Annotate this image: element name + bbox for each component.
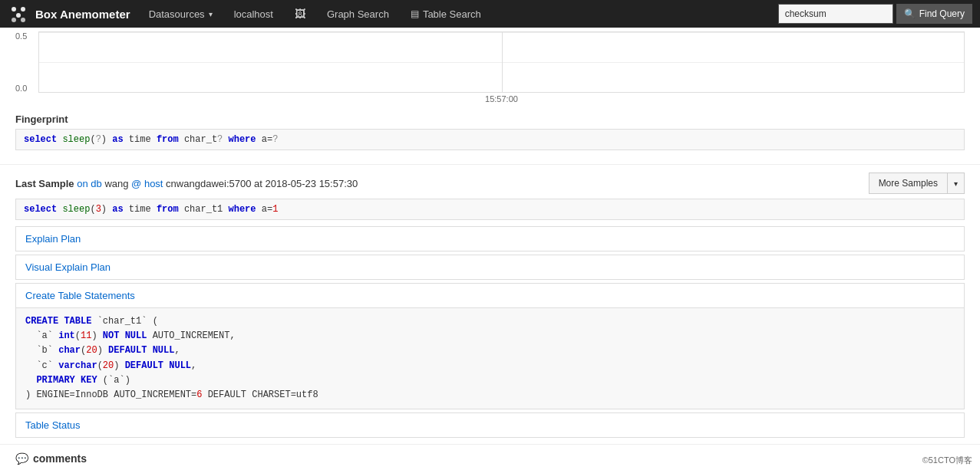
chart-v-line	[502, 32, 503, 92]
fingerprint-section: Fingerprint select sleep(?) as time from…	[0, 107, 980, 156]
last-sample-section: Last Sample on db wang @ host cnwangdawe…	[0, 164, 980, 226]
create-table-line-4: `c` varchar(20) DEFAULT NULL,	[25, 359, 955, 373]
comments-section: 💬 comments	[0, 444, 980, 470]
nav-datasources[interactable]: Datasources ▾	[138, 0, 223, 28]
sample-datetime: 2018-05-23 15:57:30	[266, 178, 358, 189]
search-icon: 🔍	[904, 8, 916, 19]
nav-localhost[interactable]: localhost	[223, 0, 284, 28]
search-container: 🔍 Find Query	[778, 4, 972, 24]
image-icon: 🖼	[295, 8, 305, 20]
create-table-line-6: ) ENGINE=InnoDB AUTO_INCREMENT=6 DEFAULT…	[25, 388, 955, 403]
chart-y-labels: 0.5 0.0	[15, 31, 27, 93]
chart-y-top: 0.5	[15, 31, 27, 41]
chart-wrapper	[38, 31, 965, 93]
svg-point-0	[12, 7, 16, 12]
create-table-line-1: CREATE TABLE `char_t1` (	[25, 314, 955, 329]
explain-plan-header[interactable]: Explain Plan	[16, 227, 964, 251]
on-db-text: on db	[77, 178, 102, 189]
create-table-section: Create Table Statements CREATE TABLE `ch…	[15, 283, 965, 409]
fingerprint-label: Fingerprint	[15, 113, 965, 125]
last-sample-header: Last Sample on db wang @ host cnwangdawe…	[15, 173, 965, 194]
table-icon: ▤	[411, 8, 419, 19]
navbar: Box Anemometer Datasources ▾ localhost 🖼…	[0, 0, 980, 28]
chart-area: 0.5 0.0 15:57:00	[0, 28, 980, 107]
comments-label: comments	[33, 452, 87, 465]
fingerprint-code: select sleep(?) as time from char_t? whe…	[15, 129, 965, 150]
last-sample-code: select sleep(3) as time from char_t1 whe…	[15, 199, 965, 220]
chart-y-bottom: 0.0	[15, 84, 27, 93]
at-host-text: @ host	[131, 178, 163, 189]
nav-image-icon-container[interactable]: 🖼	[284, 0, 316, 28]
table-status-header[interactable]: Table Status	[16, 413, 964, 437]
brand: Box Anemometer	[8, 3, 130, 25]
table-status-section: Table Status	[15, 412, 965, 438]
svg-point-4	[21, 18, 25, 22]
svg-point-1	[21, 7, 25, 12]
last-sample-title: Last Sample on db wang @ host cnwangdawe…	[15, 178, 358, 189]
create-table-body: CREATE TABLE `char_t1` ( `a` int(11) NOT…	[16, 307, 964, 409]
datasources-caret-icon: ▾	[209, 10, 213, 18]
search-input[interactable]	[778, 4, 893, 24]
find-query-button[interactable]: 🔍 Find Query	[896, 4, 972, 24]
nav-table-search[interactable]: ▤ Table Search	[400, 0, 492, 28]
visual-explain-plan-header[interactable]: Visual Explain Plan	[16, 255, 964, 279]
visual-explain-plan-section: Visual Explain Plan	[15, 255, 965, 280]
grid-line-bottom	[39, 92, 964, 93]
create-table-line-3: `b` char(20) DEFAULT NULL,	[25, 343, 955, 358]
host-name: cnwangdawei:5700	[166, 178, 251, 189]
watermark: ©51CTO博客	[922, 455, 972, 466]
comments-icon: 💬	[15, 452, 28, 465]
svg-point-3	[12, 18, 16, 22]
more-samples-button[interactable]: More Samples ▾	[869, 173, 965, 194]
nav-graph-search[interactable]: Graph Search	[316, 0, 400, 28]
more-samples-main[interactable]: More Samples	[869, 173, 948, 193]
brand-icon	[8, 3, 29, 25]
chart-x-label: 15:57:00	[38, 94, 965, 104]
db-name: wang	[104, 178, 128, 189]
create-table-line-5: PRIMARY KEY (`a`)	[25, 373, 955, 388]
main-content: 0.5 0.0 15:57:00 Fingerprint select slee…	[0, 28, 980, 470]
comments-header: 💬 comments	[15, 452, 965, 465]
svg-point-2	[16, 13, 21, 18]
create-table-line-2: `a` int(11) NOT NULL AUTO_INCREMENT,	[25, 329, 955, 343]
brand-label: Box Anemometer	[35, 8, 130, 21]
create-table-header[interactable]: Create Table Statements	[16, 284, 964, 307]
explain-plan-section: Explain Plan	[15, 226, 965, 251]
more-samples-caret-icon[interactable]: ▾	[948, 173, 964, 193]
